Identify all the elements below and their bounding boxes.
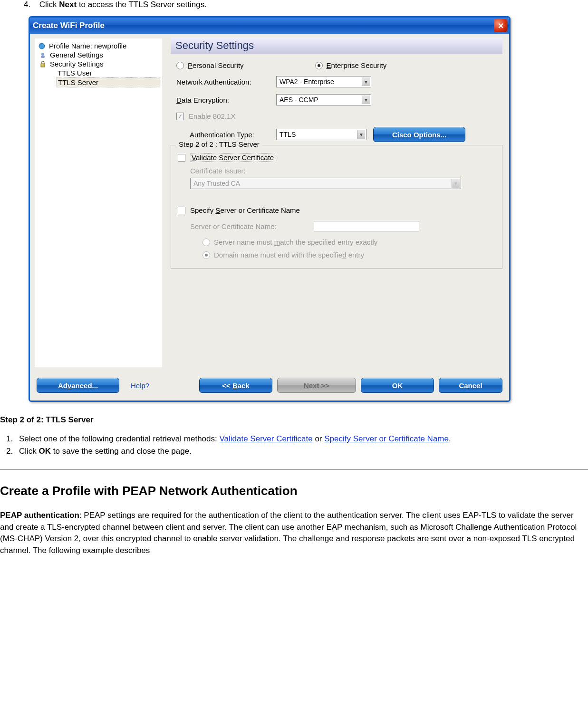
- data-encryption-dropdown[interactable]: AES - CCMP ▼: [276, 94, 371, 105]
- cisco-options-button[interactable]: Cisco Options...: [373, 127, 465, 142]
- button-label: OK: [392, 382, 403, 390]
- network-auth-dropdown[interactable]: WPA2 - Enterprise ▼: [276, 76, 371, 87]
- auth-type-dropdown[interactable]: TTLS ▼: [276, 129, 366, 140]
- close-button[interactable]: ✕: [494, 19, 507, 32]
- personal-security-radio[interactable]: [176, 62, 184, 69]
- cert-issuer-label: Certificate Issuer:: [178, 167, 495, 175]
- text-bold: PEAP authentication: [0, 511, 79, 520]
- tree-label: Profile Name: newprofile: [49, 42, 126, 50]
- text: Select one of the following credential r…: [19, 434, 219, 443]
- tree-label: Security Settings: [50, 60, 104, 68]
- button-label: Cancel: [459, 382, 482, 390]
- svg-point-0: [39, 43, 45, 49]
- step-text-suf: to access the TTLS Server settings.: [77, 0, 207, 9]
- dropdown-value: AES - CCMP: [280, 96, 318, 104]
- svg-point-1: [41, 53, 44, 56]
- dropdown-value: WPA2 - Enterprise: [280, 78, 334, 86]
- network-auth-label: Network Authentication:: [176, 78, 276, 86]
- enable-8021x-checkbox: ✓: [176, 113, 184, 120]
- dialog-title: Create WiFi Profile: [33, 21, 105, 30]
- data-encryption-label: Data Encryption:: [176, 96, 276, 104]
- profile-tree: Profile Name: newprofile General Setting…: [35, 38, 162, 367]
- back-button[interactable]: << Back: [199, 378, 272, 393]
- main-panel: Security Settings Personal Security Ente…: [167, 34, 509, 372]
- cert-issuer-dropdown: Any Trusted CA ▼: [190, 178, 461, 189]
- step-text-bold: Next: [59, 0, 77, 9]
- svg-rect-2: [41, 56, 45, 58]
- enable-8021x-label: Enable 802.1X: [189, 112, 235, 120]
- chevron-down-icon: ▼: [452, 179, 460, 188]
- advanced-button[interactable]: Advanced...: [37, 378, 119, 393]
- step-text-pre: Click: [39, 0, 59, 9]
- specify-server-name-link[interactable]: Specify Server or Certificate Name: [324, 434, 449, 443]
- validate-server-label: Validate Server Certificate: [190, 153, 275, 162]
- validate-server-cert-link[interactable]: Validate Server Certificate: [219, 434, 312, 443]
- user-icon: [39, 52, 47, 58]
- chevron-down-icon: ▼: [362, 77, 370, 86]
- wifi-profile-dialog: Create WiFi Profile ✕ Profile Name: newp…: [29, 16, 511, 402]
- tree-ttls-user[interactable]: TTLS User: [57, 68, 160, 77]
- tree-general-settings[interactable]: General Settings: [37, 50, 160, 59]
- button-label: Next >>: [304, 382, 329, 390]
- globe-icon: [38, 43, 46, 49]
- doc-step-4: 4. Click Next to access the TTLS Server …: [24, 0, 588, 10]
- svg-rect-3: [41, 64, 45, 67]
- title-bar: Create WiFi Profile ✕: [30, 18, 509, 34]
- tree-label: General Settings: [50, 51, 103, 59]
- server-match-label: Server name must match the specified ent…: [214, 238, 377, 246]
- text-bold: OK: [39, 447, 51, 456]
- list-item: Click OK to save the setting and close t…: [15, 447, 588, 456]
- step-number: 4.: [24, 0, 37, 10]
- help-link[interactable]: Help?: [131, 382, 149, 390]
- domain-end-radio: [202, 251, 210, 259]
- specify-server-label: Specify Server or Certificate Name: [190, 206, 300, 214]
- cancel-button[interactable]: Cancel: [439, 378, 502, 393]
- validate-server-checkbox[interactable]: [178, 154, 185, 162]
- step2-list: Select one of the following credential r…: [15, 434, 588, 456]
- close-icon: ✕: [498, 21, 504, 30]
- section-header: Security Settings: [171, 38, 502, 54]
- text: .: [449, 434, 451, 443]
- dropdown-value: TTLS: [280, 131, 296, 138]
- section-divider: [0, 469, 588, 470]
- tree-label: TTLS Server: [58, 78, 98, 86]
- text: to save the setting and close the page.: [51, 447, 192, 456]
- lock-icon: [39, 61, 47, 67]
- button-bar: Advanced... Help? << Back Next >> OK Can…: [30, 372, 509, 401]
- enterprise-security-radio[interactable]: [315, 62, 323, 69]
- tree-label: TTLS User: [58, 69, 92, 77]
- enterprise-security-label: Enterprise Security: [327, 61, 387, 69]
- button-label: Cisco Options...: [392, 131, 446, 139]
- fieldset-legend: Step 2 of 2 : TTLS Server: [176, 140, 262, 148]
- step2-heading: Step 2 of 2: TTLS Server: [0, 415, 588, 425]
- tree-profile-name[interactable]: Profile Name: newprofile: [37, 41, 160, 50]
- server-cert-name-label: Server or Certificate Name:: [190, 222, 314, 230]
- server-cert-name-input: [314, 221, 419, 231]
- server-match-radio: [202, 238, 210, 246]
- dropdown-value: Any Trusted CA: [193, 180, 240, 187]
- ttls-server-fieldset: Step 2 of 2 : TTLS Server Validate Serve…: [171, 145, 502, 269]
- chevron-down-icon: ▼: [357, 130, 365, 139]
- personal-security-label: Personal Security: [188, 61, 244, 69]
- tree-security-settings[interactable]: Security Settings: [37, 59, 160, 68]
- next-button: Next >>: [277, 378, 356, 393]
- chevron-down-icon: ▼: [362, 95, 370, 104]
- ok-button[interactable]: OK: [361, 378, 434, 393]
- peap-paragraph: PEAP authentication: PEAP settings are r…: [0, 510, 588, 557]
- tree-ttls-server[interactable]: TTLS Server: [57, 77, 160, 87]
- specify-server-checkbox[interactable]: [178, 207, 185, 214]
- text: or: [313, 434, 325, 443]
- domain-end-label: Domain name must end with the specified …: [214, 251, 364, 259]
- peap-heading: Create a Profile with PEAP Network Authe…: [0, 484, 588, 498]
- auth-type-label: Authentication Type:: [190, 131, 276, 139]
- button-label: << Back: [222, 382, 250, 390]
- list-item: Select one of the following credential r…: [15, 434, 588, 444]
- button-label: Advanced...: [58, 382, 98, 390]
- text: : PEAP settings are required for the aut…: [0, 511, 577, 555]
- text: Click: [19, 447, 39, 456]
